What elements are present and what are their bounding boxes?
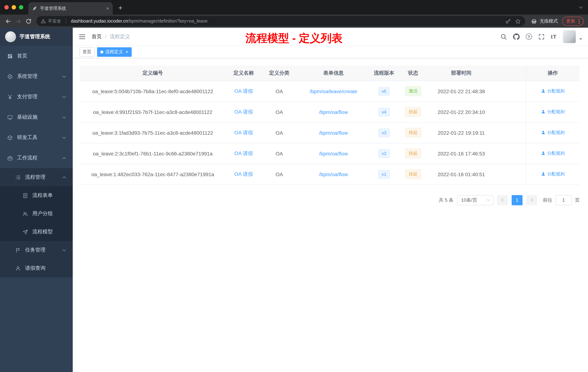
forward-button[interactable] <box>13 16 23 26</box>
chevron-down-icon <box>62 135 66 139</box>
page-unit-label: 页 <box>575 197 580 203</box>
spacer-header <box>494 66 526 81</box>
form-info-link[interactable]: /bpm/oa/flow <box>319 130 348 136</box>
avatar[interactable] <box>563 30 576 43</box>
menu-icon <box>15 175 21 180</box>
prev-page-button[interactable] <box>497 195 508 205</box>
assign-rule-link[interactable]: 分配规则 <box>541 130 565 136</box>
back-button[interactable] <box>3 16 13 26</box>
sidebar-item-task-mgmt[interactable]: 任务管理 <box>0 241 73 259</box>
form-info-link[interactable]: /bpm/oa/flow <box>319 109 348 115</box>
tag-process-definition[interactable]: 流程定义 × <box>97 47 131 57</box>
definition-category-cell: OA <box>262 143 297 164</box>
table-row: oa_leave:4:991f2193-7b7f-11ec-a3c8-acde4… <box>80 101 580 122</box>
tag-close-icon[interactable]: × <box>126 50 128 54</box>
assign-rule-link[interactable]: 分配规则 <box>541 171 565 177</box>
fullscreen-icon[interactable] <box>538 33 545 40</box>
goto-page-input[interactable] <box>555 195 572 205</box>
sidebar-item-process-mgmt[interactable]: 流程管理 <box>0 168 73 186</box>
sidebar-item-payment-mgmt[interactable]: 支付管理 <box>0 87 73 107</box>
assign-rule-link[interactable]: 分配规则 <box>541 109 565 115</box>
sidebar-item-label: 基础设施 <box>17 114 37 120</box>
sidebar-item-user-group[interactable]: 用户分组 <box>0 205 73 223</box>
font-size-icon[interactable]: tT <box>551 33 557 40</box>
definition-name-link[interactable]: OA 请假 <box>234 171 253 177</box>
app-title: 芋道管理系统 <box>20 33 50 40</box>
browser-menu-icon[interactable] <box>578 19 580 23</box>
sidebar-item-leave-query[interactable]: 请假查询 <box>0 259 73 277</box>
reload-button[interactable] <box>23 16 33 26</box>
browser-toolbar: 不安全 dashboard.yudao.iocoder.cn/bpm/manag… <box>0 15 588 28</box>
menu-icon <box>22 229 28 235</box>
version-badge[interactable]: v4 <box>378 108 390 116</box>
update-button[interactable]: 更新 <box>562 17 584 26</box>
next-page-button[interactable] <box>526 195 537 205</box>
tab-favicon-icon <box>32 6 37 11</box>
hamburger-icon[interactable] <box>79 33 86 40</box>
assign-rule-link[interactable]: 分配规则 <box>541 88 565 94</box>
sidebar-item-process-model[interactable]: 流程模型 <box>0 223 73 241</box>
sidebar-item-label: 流程模型 <box>32 229 53 235</box>
column-header: 流程版本 <box>370 66 398 81</box>
user-icon <box>541 89 546 93</box>
version-badge[interactable]: v3 <box>378 128 390 137</box>
definition-name-link[interactable]: OA 请假 <box>234 129 253 135</box>
sidebar-item-infrastructure[interactable]: 基础设施 <box>0 107 73 127</box>
sidebar-item-label: 用户分组 <box>32 210 53 217</box>
sidebar-item-process-form[interactable]: 流程表单 <box>0 186 73 205</box>
table-row: oa_leave:2:3c1f0ef1-76b1-11ec-9c66-a2380… <box>80 143 580 164</box>
definition-name-link[interactable]: OA 请假 <box>234 88 253 94</box>
definition-name-link[interactable]: OA 请假 <box>234 150 253 156</box>
tab-close-icon[interactable]: × <box>106 6 109 11</box>
window-minimize-button[interactable] <box>12 5 16 10</box>
address-bar[interactable]: 不安全 dashboard.yudao.iocoder.cn/bpm/manag… <box>36 16 525 26</box>
version-badge[interactable]: v5 <box>378 87 390 96</box>
user-icon <box>541 151 546 156</box>
sidebar-item-system-mgmt[interactable]: 系统管理 <box>0 66 73 87</box>
sidebar-item-home[interactable]: 首页 <box>0 46 73 66</box>
spacer-cell <box>494 101 526 122</box>
tag-home-label: 首页 <box>83 49 91 55</box>
definition-id-cell: oa_leave:2:3c1f0ef1-76b1-11ec-9c66-a2380… <box>80 143 226 164</box>
definition-name-link[interactable]: OA 请假 <box>234 109 253 114</box>
browser-tab[interactable]: 芋道管理系统 × <box>28 2 113 15</box>
search-icon[interactable] <box>500 33 507 40</box>
new-tab-button[interactable]: + <box>115 2 126 13</box>
url-path: /bpm/manager/definition?key=oa_leave <box>128 19 208 24</box>
version-badge[interactable]: v2 <box>378 149 390 158</box>
spacer-cell <box>494 81 526 101</box>
incognito-icon <box>531 18 537 24</box>
page-number-current[interactable]: 1 <box>512 195 523 205</box>
sidebar-item-label: 首页 <box>17 53 27 59</box>
version-badge[interactable]: v1 <box>378 170 390 178</box>
window-close-button[interactable] <box>4 5 9 10</box>
assign-rule-label: 分配规则 <box>547 109 565 115</box>
assign-rule-link[interactable]: 分配规则 <box>541 150 565 156</box>
sidebar-item-label: 流程管理 <box>25 174 45 181</box>
bookmark-star-icon[interactable] <box>515 18 521 24</box>
sidebar-logo[interactable]: 芋道管理系统 <box>0 28 73 46</box>
form-info-link[interactable]: /bpm/oa/leave/create <box>310 88 357 94</box>
sidebar-menu: 首页 系统管理 支付管理 基础设施 研发工具 工作流程 流程管理 流程表单 用户… <box>0 46 73 277</box>
form-info-link[interactable]: /bpm/oa/flow <box>319 151 348 156</box>
github-icon[interactable] <box>513 33 520 40</box>
form-info-link[interactable]: /bpm/oa/flow <box>319 171 348 177</box>
chevron-down-icon[interactable] <box>579 38 582 40</box>
breadcrumb-home[interactable]: 首页 <box>92 33 102 40</box>
tag-home[interactable]: 首页 <box>79 47 94 57</box>
table-row: oa_leave:1:482ec033-762a-11ec-8477-a2380… <box>80 164 580 185</box>
browser-tabstrip: 芋道管理系统 × + <box>0 0 588 15</box>
pagination: 共 5 条 10条/页 1 前往 页 <box>80 195 580 205</box>
help-icon[interactable]: ? <box>526 33 532 40</box>
sidebar-item-label: 支付管理 <box>17 94 37 100</box>
key-icon[interactable] <box>505 18 511 24</box>
sidebar-item-workflow[interactable]: 工作流程 <box>0 148 73 168</box>
page-size-select[interactable]: 10条/页 <box>457 195 494 205</box>
window-zoom-button[interactable] <box>19 5 23 10</box>
sidebar-item-dev-tools[interactable]: 研发工具 <box>0 127 73 148</box>
goto-label: 前往 <box>543 197 552 203</box>
definition-id-cell: oa_leave:4:991f2193-7b7f-11ec-a3c8-acde4… <box>80 101 226 122</box>
deploy-time-cell: 2022-01-22 21:48:38 <box>428 81 494 101</box>
menu-icon <box>15 265 21 271</box>
tab-overflow-chevron-icon[interactable] <box>579 5 583 9</box>
